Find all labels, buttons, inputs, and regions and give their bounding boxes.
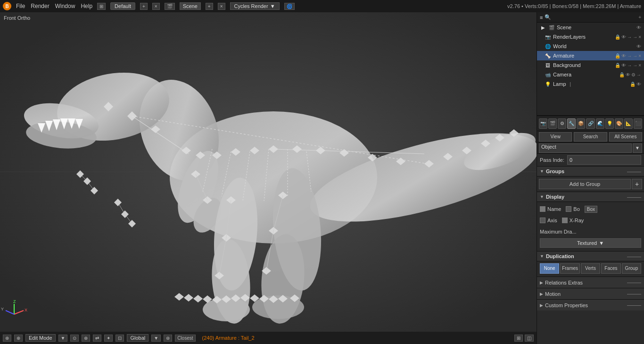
bg-eye[interactable]: 👁 <box>621 63 626 68</box>
bg-x[interactable]: × <box>638 63 641 68</box>
nav-all-scenes[interactable]: All Scenes <box>609 132 642 142</box>
view-icon[interactable]: ⊕ <box>3 335 11 342</box>
viewport[interactable]: Front Ortho <box>0 12 537 332</box>
dup-verts[interactable]: Verts <box>581 263 600 274</box>
prop-physics-icon[interactable]: 🎨 <box>615 118 623 129</box>
arm-restrict[interactable]: 🔒 <box>615 53 620 59</box>
prop-mesh-icon[interactable]: 📦 <box>577 118 585 129</box>
custom-props-header[interactable]: ▶ Custom Properties ——— <box>537 299 644 310</box>
bottom-icon-2[interactable]: ⊕ <box>14 335 23 342</box>
pass-index-value[interactable]: 0 <box>567 155 641 165</box>
outliner-item-lamp[interactable]: 💡 Lamp | 🔒 👁 <box>537 79 644 89</box>
textured-selector[interactable]: Textured ▼ <box>540 238 641 248</box>
closest-btn[interactable]: Closest <box>175 335 195 342</box>
cam-gear[interactable]: ⚙ <box>631 72 636 77</box>
duplication-header[interactable]: ▼ Duplication ——— <box>537 251 644 261</box>
menu-window[interactable]: Window <box>55 3 75 9</box>
groups-header[interactable]: ▼ Groups ——— <box>537 166 644 176</box>
outliner-item-background[interactable]: 🖼 Background 🔒 👁 → → × <box>537 60 644 70</box>
motion-header[interactable]: ▶ Motion ——— <box>537 288 644 299</box>
arm-eye[interactable]: 👁 <box>621 53 626 59</box>
outliner-item-camera[interactable]: 📹 Camera 🔒 👁 ⚙ → <box>537 70 644 79</box>
outliner-item-armature[interactable]: 🦴 Armature 🔒 👁 → → × <box>537 51 644 60</box>
rl-arrow2[interactable]: → <box>633 34 637 40</box>
global-selector[interactable]: Global <box>127 334 149 342</box>
add-group-plus[interactable]: + <box>632 179 642 189</box>
camera-icon[interactable]: ◫ <box>525 335 534 342</box>
workspace-add[interactable]: + <box>140 3 148 10</box>
workspace-selector[interactable]: Default <box>110 2 135 10</box>
workspace-x[interactable]: × <box>152 3 160 10</box>
outliner-add[interactable]: + <box>638 15 641 20</box>
scene-eye[interactable]: 👁 <box>636 25 641 30</box>
layout-icon[interactable]: ⊞ <box>97 3 106 10</box>
prop-render-icon[interactable]: 🎬 <box>548 118 557 129</box>
nav-view[interactable]: View <box>539 132 572 142</box>
box-btn[interactable]: Box <box>585 206 597 213</box>
dup-frames[interactable]: Frames <box>560 263 579 274</box>
cam-restrict[interactable]: 🔒 <box>619 72 625 77</box>
menu-help[interactable]: Help <box>81 3 92 9</box>
timeline-icon[interactable]: ⊞ <box>514 335 523 342</box>
rl-eye[interactable]: 👁 <box>621 34 626 40</box>
outliner-item-renderlayers[interactable]: 📷 RenderLayers 🔒 👁 → → × <box>537 32 644 42</box>
object-selector[interactable]: Object <box>539 143 632 153</box>
axis-checkbox[interactable] <box>540 218 545 223</box>
prop-material-icon[interactable]: 🔗 <box>586 118 594 129</box>
scene-x[interactable]: × <box>218 3 225 10</box>
bg-arrow2[interactable]: → <box>633 63 637 68</box>
snap-2[interactable]: ⊕ <box>82 335 90 342</box>
name-checkbox[interactable] <box>540 206 545 212</box>
outliner-menu-icon[interactable]: ≡ <box>540 15 543 20</box>
rl-x[interactable]: × <box>638 34 641 40</box>
menu-file[interactable]: File <box>16 3 25 9</box>
pivot-icon[interactable]: ⊛ <box>164 335 172 342</box>
lamp-restrict[interactable]: 🔒 <box>630 82 636 87</box>
bg-arrow[interactable]: → <box>627 63 632 68</box>
scene-icon[interactable]: 🎬 <box>165 3 175 10</box>
snap-3[interactable]: ⇄ <box>93 335 101 342</box>
prop-texture-icon[interactable]: 🌊 <box>596 118 604 129</box>
lamp-eye[interactable]: 👁 <box>636 82 641 87</box>
arm-arrow[interactable]: → <box>627 53 632 59</box>
global-expand[interactable]: ▼ <box>151 335 161 342</box>
cam-arrow[interactable]: → <box>636 72 641 77</box>
snap-5[interactable]: ⊡ <box>116 335 124 342</box>
nav-search[interactable]: Search <box>574 132 607 142</box>
snap-1[interactable]: ⊙ <box>70 335 79 342</box>
arm-arrow2[interactable]: → <box>633 53 637 59</box>
dup-faces[interactable]: Faces <box>601 263 620 274</box>
object-expand[interactable]: ▼ <box>633 143 642 153</box>
outliner-item-scene[interactable]: ▶ 🎬 Scene 👁 <box>537 23 644 32</box>
rl-restrict[interactable]: 🔒 <box>615 34 620 40</box>
relations-extras-header[interactable]: ▶ Relations Extras ——— <box>537 277 644 288</box>
mode-selector[interactable]: Edit Mode <box>25 334 56 342</box>
prop-object-icon[interactable]: 🔧 <box>567 118 576 129</box>
arm-x[interactable]: × <box>638 53 641 59</box>
outliner-search-icon[interactable]: 🔍 <box>545 14 551 20</box>
outliner-item-world[interactable]: 🌐 World 👁 <box>537 42 644 51</box>
render-engine[interactable]: Cycles Render ▼ <box>230 2 280 10</box>
menu-render[interactable]: Render <box>31 3 49 9</box>
relations-extra: ——— <box>627 280 641 285</box>
prop-modifier-icon[interactable]: ⬛ <box>634 118 642 129</box>
scene-selector[interactable]: Scene <box>180 2 201 10</box>
bo-checkbox[interactable] <box>566 206 571 212</box>
dup-group[interactable]: Group <box>622 263 641 274</box>
xray-checkbox[interactable] <box>562 218 568 223</box>
display-header[interactable]: ▼ Display ——— <box>537 192 644 202</box>
prop-particle-icon[interactable]: 💡 <box>605 118 614 129</box>
prop-scene-icon[interactable]: 📷 <box>539 118 547 129</box>
scene-add[interactable]: + <box>206 3 213 10</box>
dup-none[interactable]: None <box>540 263 559 274</box>
bg-restrict[interactable]: 🔒 <box>615 63 620 68</box>
snap-4[interactable]: ✦ <box>104 335 113 342</box>
cam-eye[interactable]: 👁 <box>626 72 630 77</box>
prop-constraint-icon[interactable]: 📐 <box>624 118 633 129</box>
rl-arrow[interactable]: → <box>627 34 632 40</box>
add-group-button[interactable]: Add to Group <box>539 179 631 189</box>
world-eye-icon[interactable]: 👁 <box>636 44 641 49</box>
prop-settings-icon[interactable]: ⚙ <box>558 118 566 129</box>
mode-expand[interactable]: ▼ <box>58 335 68 342</box>
display-arrow: ▼ <box>540 194 544 199</box>
